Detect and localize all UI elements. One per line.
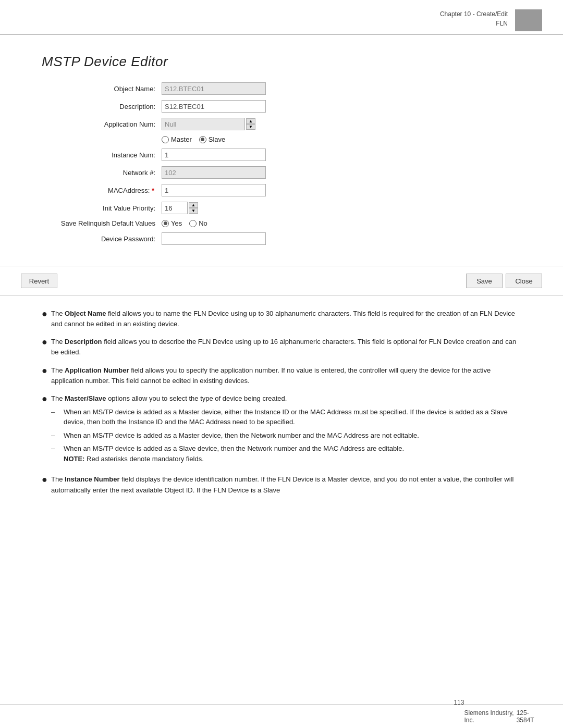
chapter-label: Chapter 10 - Create/Edit: [440, 9, 508, 19]
list-item: – When an MS/TP device is added as a Mas…: [51, 407, 521, 427]
revert-button[interactable]: Revert: [21, 274, 57, 288]
init-value-row: Init Value Priority: ▲ ▼: [42, 202, 521, 214]
device-password-input[interactable]: [162, 232, 266, 245]
master-option[interactable]: Master: [162, 135, 192, 143]
no-radio-circle: [189, 220, 197, 227]
bullet-text: The Description field allows you to desc…: [51, 337, 521, 357]
list-item: ● The Description field allows you to de…: [42, 337, 521, 357]
slave-option[interactable]: Slave: [199, 135, 226, 143]
bullet-text: The Instance Number field displays the d…: [51, 474, 521, 495]
page-number: 113: [454, 699, 464, 706]
bullet-text: The Object Name field allows you to name…: [51, 309, 521, 329]
mac-address-label-text: MACAddress:: [108, 187, 150, 194]
sub-dash: –: [51, 430, 64, 441]
page-header: Chapter 10 - Create/Edit FLN: [0, 0, 563, 35]
bullet-dot: ●: [42, 309, 51, 320]
description-label: Description:: [42, 103, 162, 110]
yes-no-group: Yes No: [162, 219, 207, 227]
description-row: Description:: [42, 100, 521, 113]
bullet-dot: ●: [42, 337, 51, 348]
list-item: – When an MS/TP device is added as a Sla…: [51, 443, 521, 464]
object-name-input[interactable]: [162, 82, 266, 95]
sub-list: – When an MS/TP device is added as a Mas…: [51, 407, 521, 464]
sub-text: When an MS/TP device is added as a Slave…: [64, 443, 521, 464]
sub-dash: –: [51, 407, 64, 417]
init-value-down[interactable]: ▼: [189, 208, 198, 214]
right-buttons: Save Close: [466, 274, 542, 288]
save-relinquish-label: Save Relinquish Default Values: [42, 219, 162, 227]
master-radio-circle: [162, 136, 169, 143]
mac-required-star: *: [152, 187, 154, 194]
bullet-dot: ●: [42, 474, 51, 486]
network-num-input[interactable]: [162, 166, 266, 179]
slave-radio-circle: [199, 136, 206, 143]
list-item: ● The Master/Slave options allow you to …: [42, 393, 521, 467]
bullet-text: The Master/Slave options allow you to se…: [51, 393, 521, 467]
footer-company: Siemens Industry, Inc.: [464, 709, 516, 724]
object-name-row: Object Name:: [42, 82, 521, 95]
bullet-text: The Application Number field allows you …: [51, 365, 521, 386]
network-num-row: Network #:: [42, 166, 521, 179]
master-slave-row: Master Slave: [42, 135, 521, 143]
application-num-up[interactable]: ▲: [246, 118, 255, 124]
header-gray-box: [515, 9, 542, 31]
save-button[interactable]: Save: [466, 274, 503, 288]
save-relinquish-row: Save Relinquish Default Values Yes No: [42, 219, 521, 227]
master-label: Master: [171, 135, 192, 143]
list-item: ● The Application Number field allows yo…: [42, 365, 521, 386]
no-label: No: [199, 219, 207, 227]
page-title: MSTP Device Editor: [42, 54, 521, 70]
mac-address-label: MACAddress: *: [42, 187, 162, 194]
mac-address-row: MACAddress: *: [42, 184, 521, 196]
yes-radio-circle: [162, 220, 169, 227]
list-item: – When an MS/TP device is added as a Mas…: [51, 430, 521, 441]
bullet-dot: ●: [42, 365, 51, 377]
init-value-spinner-wrap: ▲ ▼: [162, 202, 198, 214]
close-button[interactable]: Close: [506, 274, 542, 288]
init-value-spinner: ▲ ▼: [189, 202, 198, 214]
subtitle-label: FLN: [440, 19, 508, 28]
mac-address-input[interactable]: [162, 184, 266, 196]
form-area: Object Name: Description: Application Nu…: [0, 82, 563, 245]
instance-num-input[interactable]: [162, 149, 266, 161]
list-item: ● The Instance Number field displays the…: [42, 474, 521, 495]
description-input[interactable]: [162, 100, 266, 113]
application-num-spinner-wrap: ▲ ▼: [162, 118, 255, 130]
network-num-label: Network #:: [42, 169, 162, 177]
bullet-dot: ●: [42, 393, 51, 405]
page-title-area: MSTP Device Editor: [0, 35, 563, 82]
bullet-list: ● The Object Name field allows you to na…: [42, 309, 521, 496]
header-text: Chapter 10 - Create/Edit FLN: [440, 9, 508, 31]
yes-option[interactable]: Yes: [162, 219, 182, 227]
sub-dash: –: [51, 443, 64, 454]
button-area: Revert Save Close: [0, 266, 563, 296]
application-num-input[interactable]: [162, 118, 245, 130]
application-num-label: Application Num:: [42, 120, 162, 128]
application-num-spinner: ▲ ▼: [246, 118, 255, 130]
page-footer: 113 Siemens Industry, Inc. 125-3584T: [0, 705, 563, 728]
yes-label: Yes: [171, 219, 182, 227]
instance-num-row: Instance Num:: [42, 149, 521, 161]
sub-text: When an MS/TP device is added as a Maste…: [64, 430, 521, 441]
init-value-input[interactable]: [162, 202, 188, 214]
footer-doc-number: 125-3584T: [517, 709, 542, 724]
application-num-row: Application Num: ▲ ▼: [42, 118, 521, 130]
device-password-label: Device Password:: [42, 235, 162, 243]
body-text-area: ● The Object Name field allows you to na…: [0, 296, 563, 524]
list-item: ● The Object Name field allows you to na…: [42, 309, 521, 329]
init-value-up[interactable]: ▲: [189, 202, 198, 208]
slave-label: Slave: [209, 135, 226, 143]
sub-text: When an MS/TP device is added as a Maste…: [64, 407, 521, 427]
object-name-label: Object Name:: [42, 85, 162, 93]
master-slave-group: Master Slave: [162, 135, 225, 143]
device-password-row: Device Password:: [42, 232, 521, 245]
application-num-down[interactable]: ▼: [246, 124, 255, 130]
init-value-label: Init Value Priority:: [42, 204, 162, 212]
instance-num-label: Instance Num:: [42, 151, 162, 159]
no-option[interactable]: No: [189, 219, 207, 227]
